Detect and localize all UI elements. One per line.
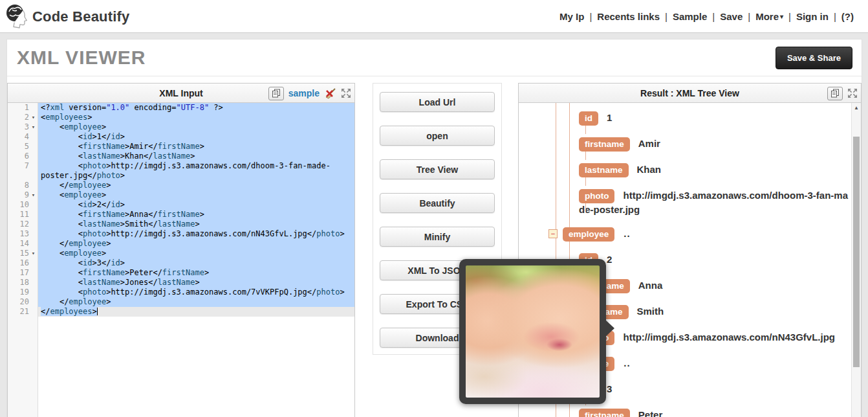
copy-icon[interactable] <box>827 87 843 100</box>
fold-marker-icon[interactable]: ▾ <box>29 190 38 200</box>
code-line[interactable]: 21</employees> <box>8 307 354 317</box>
code-line[interactable]: 1<?xml version="1.0" encoding="UTF-8" ?> <box>8 103 354 113</box>
code-text[interactable]: <id>3</id> <box>38 258 354 268</box>
nav-link-sign-in[interactable]: Sign in <box>796 11 829 22</box>
code-line[interactable]: 13 <photo>http://imgdj.s3.amazonaws.com/… <box>8 229 354 239</box>
fold-marker-empty <box>29 142 38 152</box>
code-text[interactable]: </employee> <box>38 181 354 190</box>
code-line[interactable]: 11 <firstName>Anna</firstName> <box>8 210 354 220</box>
tag-badge-id[interactable]: id <box>579 111 598 126</box>
code-text[interactable]: </employees> <box>38 307 354 317</box>
node-value: 2 <box>607 254 612 265</box>
nav-link-sample[interactable]: Sample <box>673 11 707 22</box>
tree-row-firstname: firstnameAmir <box>519 137 851 152</box>
code-text[interactable]: <?xml version="1.0" encoding="UTF-8" ?> <box>38 103 354 113</box>
code-text[interactable]: <employee> <box>38 249 354 258</box>
xml-input-header: XML Input sample <box>8 84 354 103</box>
code-line[interactable]: 3▾ <employee> <box>8 122 354 132</box>
node-value: .. <box>624 357 630 368</box>
node-value: 3 <box>607 383 612 394</box>
page-title: XML VIEWER <box>17 47 146 69</box>
code-line[interactable]: 4 <id>1</id> <box>8 132 354 142</box>
line-number: 12 <box>8 220 29 229</box>
fold-marker-icon[interactable]: ▾ <box>29 122 38 132</box>
collapse-minus-icon[interactable]: − <box>548 229 558 238</box>
code-line[interactable]: 6 <lastName>Khan</lastName> <box>8 152 354 161</box>
code-line[interactable]: 10 <id>2</id> <box>8 200 354 210</box>
nav-link-recents-links[interactable]: Recents links <box>597 11 660 22</box>
scrollbar-thumb[interactable] <box>853 137 860 367</box>
fold-marker-empty <box>29 103 38 113</box>
code-text[interactable]: <employee> <box>38 190 354 200</box>
code-text[interactable]: <employees> <box>38 113 354 122</box>
line-number-gutter: 8 <box>8 181 38 190</box>
beautify-button[interactable]: Beautify <box>380 193 495 213</box>
code-text[interactable]: <lastName>Jones</lastName> <box>38 278 354 287</box>
fullscreen-expand-icon[interactable] <box>847 88 858 98</box>
code-text[interactable]: <lastName>Khan</lastName> <box>38 152 354 161</box>
tag-badge-photo[interactable]: photo <box>579 189 614 203</box>
nav-link-[interactable]: (?) <box>841 11 854 22</box>
code-text[interactable]: <id>1</id> <box>38 132 354 142</box>
tree-view-button[interactable]: Tree View <box>380 159 495 179</box>
fold-marker-icon[interactable]: ▾ <box>29 249 38 258</box>
code-line[interactable]: 15▾ <employee> <box>8 249 354 258</box>
code-text[interactable]: <employee> <box>38 122 354 132</box>
vertical-scrollbar[interactable]: ▲ <box>851 103 861 417</box>
code-text[interactable]: </employee> <box>38 297 354 307</box>
code-line[interactable]: 2▾<employees> <box>8 113 354 122</box>
code-line[interactable]: 8 </employee> <box>8 181 354 190</box>
code-line[interactable]: 7 <photo>http://imgdj.s3.amazonaws.com/d… <box>8 161 354 181</box>
fold-marker-empty <box>29 297 38 307</box>
result-title: Result : XML Tree View <box>519 84 861 103</box>
code-text[interactable]: <photo>http://imgdj.s3.amazonaws.com/dho… <box>38 161 354 181</box>
code-text[interactable]: <lastName>Smith</lastName> <box>38 220 354 229</box>
open-button[interactable]: open <box>380 126 495 146</box>
tag-badge-firstname[interactable]: firstname <box>579 137 630 152</box>
code-line[interactable]: 14 </employee> <box>8 239 354 249</box>
code-text[interactable]: <photo>http://imgdj.s3.amazonaws.com/nN4… <box>38 229 354 239</box>
fullscreen-expand-icon[interactable] <box>341 88 351 98</box>
popup-pointer-arrow <box>605 320 614 337</box>
tree-row-employee: −employee.. <box>519 227 851 242</box>
brand-logo[interactable]: Code Beautify <box>4 3 130 31</box>
editor-empty-area[interactable] <box>38 317 354 417</box>
fold-marker-empty <box>29 161 38 181</box>
code-text[interactable]: <firstName>Peter</firstName> <box>38 268 354 278</box>
tag-badge-lastname[interactable]: lastname <box>579 163 629 177</box>
code-line[interactable]: 12 <lastName>Smith</lastName> <box>8 220 354 229</box>
code-line[interactable]: 17 <firstName>Peter</firstName> <box>8 268 354 278</box>
line-number-gutter: 16 <box>8 258 38 268</box>
code-text[interactable]: <firstName>Amir</firstName> <box>38 142 354 152</box>
fold-marker-empty <box>29 210 38 220</box>
code-text[interactable]: <photo>http://imgdj.s3.amazonaws.com/7vV… <box>38 287 354 297</box>
nav-link-my-ip[interactable]: My Ip <box>559 11 584 22</box>
line-number: 19 <box>8 287 29 297</box>
tag-badge-employee[interactable]: employee <box>563 227 614 242</box>
line-number: 17 <box>8 268 29 278</box>
code-text[interactable]: <id>2</id> <box>38 200 354 210</box>
scrollbar-up-arrow-icon[interactable]: ▲ <box>852 103 861 113</box>
line-number: 13 <box>8 229 29 239</box>
code-line[interactable]: 9▾ <employee> <box>8 190 354 200</box>
minify-button[interactable]: Minify <box>380 227 495 247</box>
load-url-button[interactable]: Load Url <box>380 92 495 112</box>
sample-link[interactable]: sample <box>288 88 320 98</box>
code-line[interactable]: 19 <photo>http://imgdj.s3.amazonaws.com/… <box>8 287 354 297</box>
code-text[interactable]: </employee> <box>38 239 354 249</box>
line-number: 2 <box>8 113 29 122</box>
code-text[interactable]: <firstName>Anna</firstName> <box>38 210 354 220</box>
code-line[interactable]: 20 </employee> <box>8 297 354 307</box>
tag-badge-firstname[interactable]: firstname <box>579 409 630 417</box>
node-value: .. <box>624 228 630 239</box>
nav-link-more[interactable]: More▾ <box>755 11 783 22</box>
code-line[interactable]: 16 <id>3</id> <box>8 258 354 268</box>
nav-link-save[interactable]: Save <box>720 11 743 22</box>
code-line[interactable]: 5 <firstName>Amir</firstName> <box>8 142 354 152</box>
save-and-share-button[interactable]: Save & Share <box>776 47 852 69</box>
code-line[interactable]: 18 <lastName>Jones</lastName> <box>8 278 354 287</box>
copy-icon[interactable] <box>268 87 284 100</box>
clear-broom-icon[interactable] <box>324 87 336 99</box>
fold-marker-icon[interactable]: ▾ <box>29 113 38 122</box>
xml-code-editor[interactable]: 1<?xml version="1.0" encoding="UTF-8" ?>… <box>8 103 354 417</box>
